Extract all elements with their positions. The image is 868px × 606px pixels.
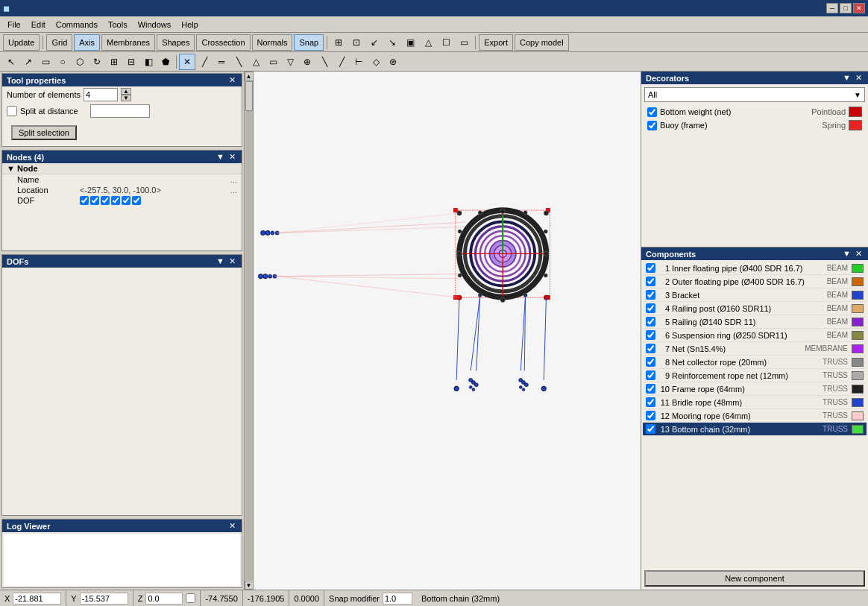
tool-properties-close[interactable]: ✕: [227, 75, 237, 85]
dofs-close[interactable]: ✕: [227, 256, 237, 266]
nodes-header[interactable]: Nodes (4) ▼ ✕: [2, 151, 242, 163]
components-close[interactable]: ✕: [854, 249, 864, 259]
btn-snap[interactable]: Snap: [294, 34, 324, 51]
btn-membranes[interactable]: Membranes: [101, 34, 155, 51]
icon-btn-2[interactable]: ⊡: [348, 34, 365, 51]
component-item-9[interactable]: 10Frame rope (64mm)TRUSS: [643, 382, 867, 396]
tool-split[interactable]: ◧: [140, 54, 157, 70]
nodes-close[interactable]: ✕: [227, 152, 237, 162]
tool-rect[interactable]: ▭: [37, 54, 54, 70]
tool-cross[interactable]: ✕: [179, 54, 195, 70]
log-close[interactable]: ✕: [227, 521, 237, 531]
comp-checkbox-1[interactable]: [646, 277, 655, 286]
comp-checkbox-8[interactable]: [646, 370, 655, 380]
scroll-up-btn[interactable]: ▲: [245, 72, 254, 81]
log-header[interactable]: Log Viewer ✕: [2, 520, 242, 532]
component-item-2[interactable]: 3BracketBEAM: [643, 288, 867, 302]
icon-btn-3[interactable]: ↙: [366, 34, 383, 51]
dof-2[interactable]: [90, 196, 99, 205]
num-elements-input[interactable]: [84, 88, 118, 101]
btn-shapes[interactable]: Shapes: [157, 34, 195, 51]
tool-grid-minus[interactable]: ⊟: [123, 54, 139, 70]
icon-btn-1[interactable]: ⊞: [330, 34, 347, 51]
tool-diag1[interactable]: ╱: [196, 54, 213, 70]
name-dots[interactable]: ...: [230, 175, 237, 184]
decorators-close[interactable]: ✕: [854, 73, 864, 83]
icon-btn-4[interactable]: ↘: [384, 34, 400, 51]
menu-edit[interactable]: Edit: [27, 19, 50, 31]
tool-arrow[interactable]: ↗: [20, 54, 37, 70]
dofs-expand[interactable]: ▼: [215, 256, 226, 266]
component-item-7[interactable]: 8Net collector rope (20mm)TRUSS: [643, 356, 867, 369]
btn-export[interactable]: Export: [479, 34, 513, 51]
tool-grid-plus[interactable]: ⊞: [106, 54, 122, 70]
decorators-header[interactable]: Decorators ▼ ✕: [641, 72, 868, 84]
comp-checkbox-11[interactable]: [646, 411, 655, 420]
tool-diag4[interactable]: ╱: [333, 54, 350, 70]
canvas-area[interactable]: [254, 72, 641, 590]
y-input[interactable]: [80, 593, 128, 605]
btn-crossection[interactable]: Crossection: [196, 34, 250, 51]
tool-select[interactable]: ↖: [3, 54, 19, 70]
split-distance-checkbox[interactable]: [7, 106, 17, 116]
dof-6[interactable]: [132, 196, 141, 205]
tool-star[interactable]: ⊛: [385, 54, 401, 70]
dof-3[interactable]: [101, 196, 110, 205]
tool-down[interactable]: ▽: [282, 54, 298, 70]
tool-circle[interactable]: ○: [54, 54, 71, 70]
decorators-expand[interactable]: ▼: [841, 73, 852, 83]
tool-tee[interactable]: ⊢: [350, 54, 367, 70]
btn-axis[interactable]: Axis: [74, 34, 100, 51]
components-header[interactable]: Components ▼ ✕: [641, 247, 868, 260]
tool-plus-circle[interactable]: ⊕: [299, 54, 315, 70]
new-component-button[interactable]: New component: [644, 570, 865, 587]
component-item-3[interactable]: 4Railing post (Ø160 SDR11)BEAM: [643, 302, 867, 315]
tool-box[interactable]: ▭: [265, 54, 281, 70]
icon-btn-6[interactable]: △: [420, 34, 436, 51]
component-item-8[interactable]: 9Reinforcement rope net (12mm)TRUSS: [643, 369, 867, 382]
btn-grid[interactable]: Grid: [46, 34, 72, 51]
menu-windows[interactable]: Windows: [133, 19, 176, 31]
comp-checkbox-5[interactable]: [646, 330, 655, 340]
comp-checkbox-0[interactable]: [646, 263, 655, 273]
btn-update[interactable]: Update: [3, 34, 40, 51]
location-dots[interactable]: ...: [230, 186, 237, 195]
snap-modifier-input[interactable]: [383, 593, 412, 605]
tool-diag3[interactable]: ╲: [316, 54, 333, 70]
dec-check-0[interactable]: [647, 107, 657, 117]
tool-tri[interactable]: △: [248, 54, 264, 70]
scroll-down-btn[interactable]: ▼: [245, 581, 254, 590]
dofs-header[interactable]: DOFs ▼ ✕: [2, 255, 242, 268]
decorators-filter[interactable]: All ▼: [644, 87, 865, 102]
comp-checkbox-10[interactable]: [646, 397, 655, 407]
z-checkbox[interactable]: [186, 593, 195, 603]
components-expand[interactable]: ▼: [841, 249, 852, 259]
scroll-thumb[interactable]: [245, 81, 253, 111]
maximize-button[interactable]: □: [840, 3, 852, 13]
comp-checkbox-12[interactable]: [646, 424, 655, 434]
icon-btn-7[interactable]: ☐: [438, 34, 454, 51]
btn-copy-model[interactable]: Copy model: [515, 34, 569, 51]
comp-checkbox-3[interactable]: [646, 303, 655, 313]
dof-5[interactable]: [122, 196, 130, 205]
tool-hex[interactable]: ⬡: [72, 54, 88, 70]
spin-down[interactable]: ▼: [121, 95, 131, 101]
component-item-11[interactable]: 12Mooring rope (64mm)TRUSS: [643, 409, 867, 423]
comp-checkbox-4[interactable]: [646, 317, 655, 326]
tool-rotate[interactable]: ↻: [89, 54, 105, 70]
icon-btn-5[interactable]: ▣: [402, 34, 418, 51]
comp-checkbox-9[interactable]: [646, 384, 655, 394]
minimize-button[interactable]: ─: [826, 3, 838, 13]
spin-up[interactable]: ▲: [121, 88, 131, 95]
tool-horiz[interactable]: ═: [213, 54, 230, 70]
component-item-5[interactable]: 6Suspension ring (Ø250 SDR11)BEAM: [643, 329, 867, 342]
icon-btn-8[interactable]: ▭: [456, 34, 472, 51]
component-item-6[interactable]: 7Net (Sn15.4%)MEMBRANE: [643, 342, 867, 356]
dec-check-1[interactable]: [647, 121, 657, 130]
x-input[interactable]: [13, 593, 61, 605]
split-distance-input[interactable]: [90, 104, 150, 118]
tool-loz[interactable]: ◇: [368, 54, 384, 70]
component-item-4[interactable]: 5Railing (Ø140 SDR 11)BEAM: [643, 315, 867, 329]
component-item-10[interactable]: 11Bridle rope (48mm)TRUSS: [643, 396, 867, 409]
tool-properties-header[interactable]: Tool properties ✕: [2, 74, 242, 86]
